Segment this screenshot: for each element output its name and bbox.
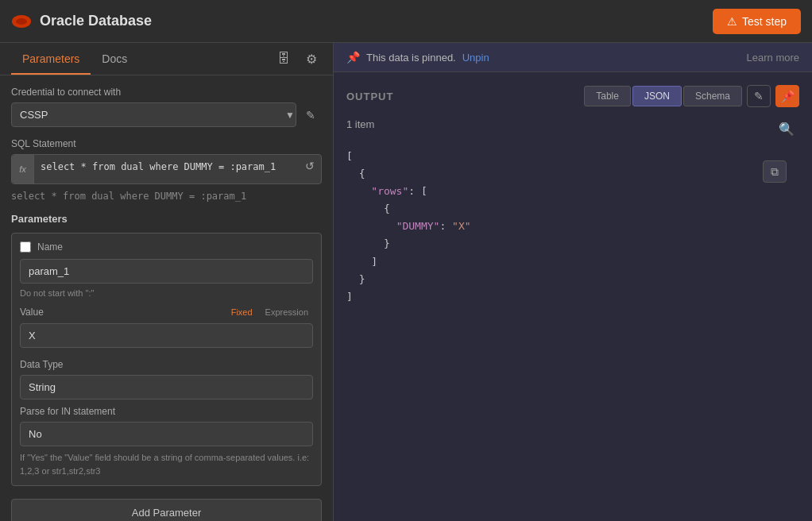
output-title: OUTPUT — [346, 91, 393, 102]
oracle-logo — [11, 11, 32, 32]
tab-bar-right: 🗄 ⚙ — [273, 48, 322, 70]
copy-icon: ⧉ — [771, 165, 779, 179]
sql-preview: select * from dual where DUMMY = :param_… — [11, 191, 322, 202]
pin-bar-left: 📌 This data is pinned. Unpin — [346, 51, 489, 64]
tab-schema[interactable]: Schema — [683, 86, 742, 106]
fixed-type-button[interactable]: Fixed — [226, 306, 257, 318]
parse-select[interactable]: No Yes — [20, 422, 313, 446]
tab-json[interactable]: JSON — [632, 86, 682, 106]
main-layout: Parameters Docs 🗄 ⚙ Credential to connec… — [0, 43, 812, 521]
value-row-header: Value Fixed Expression — [20, 306, 313, 318]
json-display: [ { "rows": [ { "DUMMY": "X" } ] } ] — [346, 148, 799, 306]
header-left: Oracle Database — [11, 11, 152, 32]
parse-in-row: Parse for IN statement No Yes If "Yes" t… — [20, 406, 313, 477]
search-button[interactable]: 🔍 — [774, 118, 799, 140]
value-label: Value — [20, 307, 44, 318]
output-edit-button[interactable]: ✎ — [747, 85, 771, 107]
param-name-row: Name — [20, 241, 313, 253]
param-row: Name Do not start with ":" Value Fixed E… — [11, 233, 322, 486]
database-icon-btn[interactable]: 🗄 — [273, 48, 295, 69]
param-validation-hint: Do not start with ":" — [20, 288, 313, 298]
credential-select[interactable]: CSSP — [11, 102, 296, 127]
copy-button[interactable]: ⧉ — [763, 160, 787, 183]
output-pin-button[interactable]: 📌 — [775, 85, 799, 107]
tab-table[interactable]: Table — [584, 86, 631, 106]
pin-message: This data is pinned. — [366, 52, 456, 64]
tab-docs[interactable]: Docs — [91, 43, 138, 75]
pin-icon: 📌 — [781, 90, 795, 102]
sql-label: SQL Statement — [11, 138, 322, 149]
tab-bar: Parameters Docs 🗄 ⚙ — [0, 43, 333, 75]
tab-parameters[interactable]: Parameters — [11, 43, 91, 75]
right-panel: 📌 This data is pinned. Unpin Learn more … — [334, 43, 812, 521]
output-area: OUTPUT Table JSON Schema ✎ 📌 — [334, 72, 812, 521]
data-type-label: Data Type — [20, 359, 313, 370]
refresh-icon: ↺ — [305, 160, 315, 172]
params-header-title: Parameters — [11, 213, 68, 225]
param-name-input[interactable] — [20, 259, 313, 284]
sql-refresh-button[interactable]: ↺ — [299, 155, 321, 177]
sql-input-wrapper: fx ↺ — [11, 154, 322, 184]
add-parameter-button[interactable]: Add Parameter — [11, 499, 322, 521]
learn-more-link[interactable]: Learn more — [747, 52, 799, 64]
param-name-label: Name — [37, 241, 63, 253]
output-right-section: Table JSON Schema ✎ 📌 — [584, 85, 799, 107]
edit-icon: ✎ — [306, 109, 315, 122]
search-icon: 🔍 — [779, 122, 795, 136]
output-tabs: Table JSON Schema — [584, 86, 742, 106]
output-actions: ✎ 📌 — [747, 85, 799, 107]
data-type-row: Data Type String Number Date — [20, 359, 313, 399]
pin-bar: 📌 This data is pinned. Unpin Learn more — [334, 43, 812, 72]
top-header: Oracle Database ⚠ Test step — [0, 0, 812, 43]
param-value-input[interactable] — [20, 323, 313, 348]
test-step-button[interactable]: ⚠ Test step — [713, 9, 801, 34]
unpin-link[interactable]: Unpin — [462, 52, 489, 64]
output-header: OUTPUT Table JSON Schema ✎ 📌 — [346, 85, 799, 107]
param-name-checkbox[interactable] — [20, 241, 31, 253]
svg-point-1 — [16, 18, 27, 25]
json-container: [ { "rows": [ { "DUMMY": "X" } ] } ] ⧉ — [346, 148, 799, 508]
data-type-select[interactable]: String Number Date — [20, 375, 313, 399]
gear-icon: ⚙ — [306, 52, 317, 67]
edit-icon: ✎ — [754, 90, 764, 102]
credential-label: Credential to connect with — [11, 87, 322, 98]
params-header: Parameters — [11, 213, 322, 225]
sql-prefix: fx — [12, 155, 34, 183]
app-title: Oracle Database — [40, 13, 152, 29]
left-panel: Parameters Docs 🗄 ⚙ Credential to connec… — [0, 43, 334, 521]
credential-edit-button[interactable]: ✎ — [300, 104, 322, 126]
parse-hint: If "Yes" the "Value" field should be a s… — [20, 451, 313, 477]
parse-label: Parse for IN statement — [20, 406, 313, 417]
pin-icon: 📌 — [346, 51, 360, 64]
tab-bar-left: Parameters Docs — [11, 43, 138, 75]
warning-icon: ⚠ — [727, 15, 737, 28]
item-count: 1 item — [346, 118, 374, 130]
parameters-section: Parameters Name Do not start with ":" Va… — [11, 213, 322, 521]
value-type-buttons: Fixed Expression — [226, 306, 313, 318]
settings-icon-btn[interactable]: ⚙ — [301, 48, 322, 70]
left-panel-content: Credential to connect with CSSP ▼ ✎ SQL … — [0, 75, 333, 521]
expression-type-button[interactable]: Expression — [261, 306, 313, 318]
sql-textarea[interactable] — [34, 155, 299, 183]
database-icon: 🗄 — [277, 52, 290, 66]
credential-select-wrapper: CSSP ▼ ✎ — [11, 102, 322, 127]
